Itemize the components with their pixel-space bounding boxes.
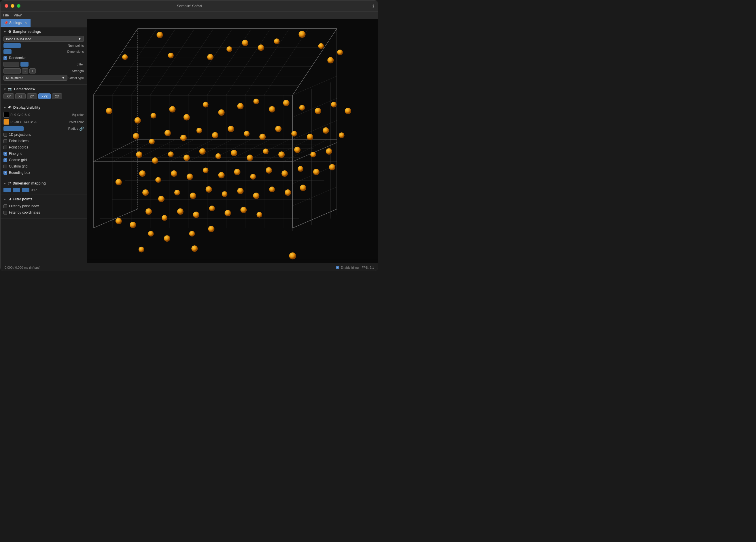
point [168,53,174,58]
point-indices-checkbox[interactable] [3,139,7,143]
point-color-swatch[interactable] [3,119,9,125]
sampler-settings-title: Sampler settings [13,30,41,34]
offset-type-arrow: ▼ [62,76,65,80]
point [307,134,313,140]
enable-idling-checkbox[interactable] [336,266,339,269]
jitter-percent-input[interactable]: 100.0% [3,62,19,67]
bg-color-swatch[interactable] [3,112,9,118]
enable-idling-control: Enable idling [336,266,359,269]
settings-tab[interactable]: 📌 Settings ✕ [1,19,31,27]
point [148,231,154,237]
statusbar: 0.000 / 0.000 ms (inf pps) _ Enable idli… [1,263,378,271]
point [247,154,253,161]
dimension-mapping-section: ▼ ⇄ Dimension mapping 2 4 5 XYZ [1,179,87,195]
point [158,196,165,202]
coarse-grid-checkbox[interactable] [3,158,7,162]
point [269,106,275,112]
randomize-label: Randomize [9,56,27,60]
1d-projections-checkbox[interactable] [3,133,7,137]
radius-input[interactable]: 0.261 [3,126,24,131]
dim3-input[interactable]: 5 [22,188,29,192]
settings-tab-close[interactable]: ✕ [24,21,27,25]
view-2d-btn[interactable]: 2D [52,93,62,99]
minimize-button[interactable] [11,4,14,8]
dimension-mapping-header[interactable]: ▼ ⇄ Dimension mapping [3,181,84,185]
point [149,139,155,144]
coarse-grid-row: Coarse grid [3,157,84,163]
fine-grid-label: Fine grid [9,152,22,156]
point [168,151,174,157]
jitter-input[interactable] [20,62,29,67]
close-button[interactable] [5,4,8,8]
point [310,152,316,157]
sampler-settings-section: ▼ ⚙ Sampler settings Bose OA In-Place ▼ … [1,27,87,85]
performance-stats: 0.000 / 0.000 ms (inf pps) [5,266,41,269]
point [196,128,202,133]
custom-grid-checkbox[interactable] [3,165,7,168]
pt-b-label: B: 26 [30,120,37,124]
strength-minus-btn[interactable]: - [22,68,28,73]
point [327,57,334,63]
point [256,212,262,218]
fine-grid-checkbox[interactable] [3,152,7,156]
view-xz-btn[interactable]: XZ [15,93,26,99]
dim2-input[interactable]: 4 [13,188,20,192]
point [237,103,243,109]
settings-tab-label: Settings [9,21,22,25]
filter-points-header[interactable]: ▼ ⊿ Filter points [3,197,84,201]
camera-icon: 📷 [8,87,12,91]
point [151,113,156,118]
strength-value-input[interactable]: 2 [3,68,21,73]
point [152,157,158,164]
menu-view[interactable]: View [14,13,22,17]
algorithm-dropdown[interactable]: Bose OA In-Place ▼ [3,36,84,42]
bounding-box-checkbox[interactable] [3,171,7,175]
point [225,210,231,216]
point [191,245,198,252]
3d-viewport[interactable] [87,19,378,263]
view-xyz-btn[interactable]: XYZ [38,93,51,99]
statusbar-right: _ Enable idling FPS: 9.1 [331,265,374,269]
offset-type-dropdown[interactable]: Multi-jittered ▼ [3,75,67,81]
menu-file[interactable]: File [3,13,9,17]
view-xy-btn[interactable]: XY [3,93,14,99]
sampler-settings-icon: ⚙ [8,30,11,34]
filter-by-index-row: Filter by point index [3,203,84,209]
point [189,231,195,237]
point-coords-checkbox[interactable] [3,146,7,149]
point-color-label: Point color [69,120,84,124]
point [157,32,163,38]
sampler-settings-header[interactable]: ▼ ⚙ Sampler settings [3,30,84,34]
point [208,226,214,232]
display-title: Display/visibility [13,105,40,109]
point [315,108,321,114]
point [278,151,285,158]
dim1-input[interactable]: 2 [3,188,11,192]
camera-section: ▼ 📷 Camera/view XY XZ ZY XYZ 2D [1,85,87,103]
link-icon[interactable]: 🔗 [79,126,84,131]
info-icon[interactable]: ℹ [373,4,374,8]
bg-g-label: G: 0 [17,113,23,116]
bounding-box-row: Bounding box [3,170,84,175]
point-coords-label: Point coords [9,145,28,149]
point [313,169,320,175]
view-zy-btn[interactable]: ZY [27,93,37,99]
offset-type-row: Multi-jittered ▼ Offset type [3,75,84,81]
coarse-grid-label: Coarse grid [9,158,27,162]
point [130,222,136,228]
sidebar-tab-bar: 📌 Settings ✕ [1,19,87,27]
num-points-input[interactable]: 121 [3,43,21,48]
terminal-icon[interactable]: _ [331,265,333,269]
filter-by-coords-checkbox[interactable] [3,211,7,214]
randomize-checkbox[interactable] [3,56,7,60]
bg-b-label: B: 0 [24,113,30,116]
point [240,207,247,213]
filter-by-index-checkbox[interactable] [3,204,7,208]
camera-header[interactable]: ▼ 📷 Camera/view [3,87,84,91]
strength-plus-btn[interactable]: + [29,68,36,73]
dimensions-input[interactable]: 6 [3,49,12,54]
display-header[interactable]: ▼ 👁 Display/visibility [3,105,84,109]
pt-g-label: G:140 [20,120,29,124]
maximize-button[interactable] [17,4,20,8]
strength-label: Strength [72,69,84,73]
